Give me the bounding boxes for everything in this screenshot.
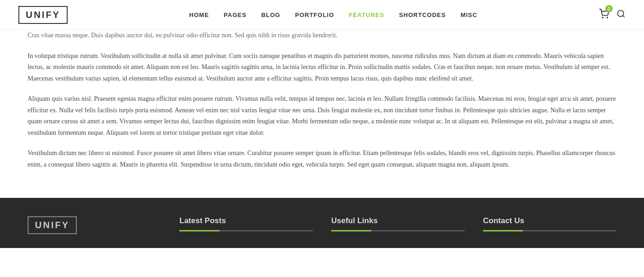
nav-blog[interactable]: BLOG <box>261 12 281 18</box>
paragraph-3: Vestibulum dictum nec libero ut euismod.… <box>28 148 616 170</box>
svg-line-3 <box>623 15 625 17</box>
paragraph-2: Aliquam quis varius nisl. Praesent egest… <box>28 93 616 138</box>
footer-useful-links-title: Useful Links <box>331 216 465 225</box>
paragraph-1: In volutpat tristique rutrum. Vestibulum… <box>28 51 616 85</box>
header-logo[interactable]: UNIFY <box>18 6 68 24</box>
footer-useful-links-underline <box>331 230 465 231</box>
footer-useful-links: Useful Links <box>331 216 465 239</box>
cart-badge: 0 <box>605 5 613 12</box>
footer-contact-us-underline <box>483 230 616 231</box>
footer-contact-us-title: Contact Us <box>483 216 616 225</box>
footer-latest-posts-underline <box>179 230 313 231</box>
footer-inner: UNIFY Latest Posts Useful Links Contact … <box>28 216 616 239</box>
footer-contact-us: Contact Us <box>483 216 616 239</box>
footer-latest-posts-title: Latest Posts <box>179 216 313 225</box>
main-nav: HOME PAGES BLOG PORTFOLIO FEATURES SHORT… <box>189 12 477 18</box>
footer-logo-column: UNIFY <box>28 216 161 239</box>
footer-logo[interactable]: UNIFY <box>28 216 77 234</box>
nav-shortcodes[interactable]: SHORTCODES <box>399 12 446 18</box>
header: UNIFY HOME PAGES BLOG PORTFOLIO FEATURES… <box>0 0 644 30</box>
paragraph-0: Cras vitae massa neque. Duis dapibus auc… <box>28 30 616 41</box>
nav-misc[interactable]: MISC <box>460 12 477 18</box>
nav-portfolio[interactable]: PORTFOLIO <box>295 12 334 18</box>
search-icon <box>616 9 626 18</box>
footer-latest-posts: Latest Posts <box>179 216 313 239</box>
nav-features[interactable]: FEATURES <box>349 12 384 18</box>
svg-point-1 <box>607 17 608 18</box>
cart-button[interactable]: 0 <box>599 9 609 21</box>
svg-point-0 <box>602 17 603 18</box>
search-button[interactable] <box>616 9 626 21</box>
footer: UNIFY Latest Posts Useful Links Contact … <box>0 198 644 248</box>
header-icons: 0 <box>599 9 626 21</box>
nav-home[interactable]: HOME <box>189 12 209 18</box>
svg-point-2 <box>618 10 624 16</box>
main-content: Cras vitae massa neque. Duis dapibus auc… <box>0 30 644 198</box>
nav-pages[interactable]: PAGES <box>224 12 247 18</box>
